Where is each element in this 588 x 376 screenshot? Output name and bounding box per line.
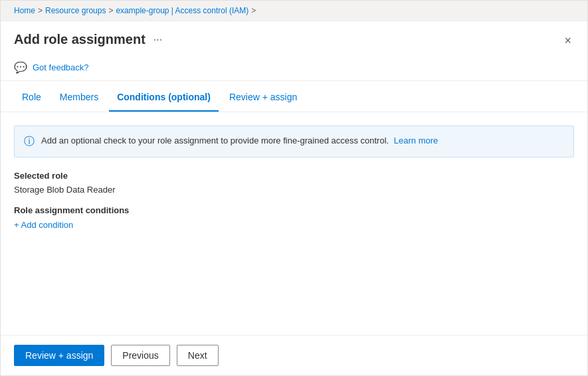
tabs-bar: Role Members Conditions (optional) Revie… — [1, 84, 587, 112]
tab-review-assign[interactable]: Review + assign — [221, 84, 305, 112]
tab-role[interactable]: Role — [14, 84, 49, 112]
modal-body: ⓘ Add an optional check to your role ass… — [1, 112, 587, 335]
breadcrumb-sep-2: > — [108, 6, 113, 15]
feedback-text[interactable]: Got feedback? — [33, 62, 89, 72]
feedback-bar: 💬 Got feedback? — [1, 54, 587, 81]
tab-conditions[interactable]: Conditions (optional) — [109, 84, 219, 112]
add-condition-link[interactable]: + Add condition — [14, 220, 73, 230]
modal-title: Add role assignment — [14, 32, 146, 47]
breadcrumb: Home > Resource groups > example-group |… — [1, 1, 587, 21]
more-options-button[interactable]: ··· — [153, 34, 162, 46]
breadcrumb-resource-groups[interactable]: Resource groups — [45, 6, 106, 15]
breadcrumb-home[interactable]: Home — [14, 6, 35, 15]
review-assign-button[interactable]: Review + assign — [14, 345, 104, 366]
info-text: Add an optional check to your role assig… — [41, 134, 438, 147]
previous-button[interactable]: Previous — [111, 345, 169, 366]
info-box: ⓘ Add an optional check to your role ass… — [14, 126, 574, 157]
selected-role-label: Selected role — [14, 171, 574, 181]
learn-more-link[interactable]: Learn more — [394, 136, 438, 145]
breadcrumb-sep-3: > — [251, 6, 256, 15]
info-icon: ⓘ — [24, 135, 35, 149]
close-button[interactable]: × — [561, 32, 574, 49]
conditions-label: Role assignment conditions — [14, 205, 574, 215]
modal-footer: Review + assign Previous Next — [1, 335, 587, 375]
tab-members[interactable]: Members — [52, 84, 106, 112]
selected-role-value: Storage Blob Data Reader — [14, 185, 574, 195]
modal-header: Add role assignment ··· × — [1, 21, 587, 49]
breadcrumb-sep-1: > — [38, 6, 43, 15]
info-box-text: Add an optional check to your role assig… — [41, 136, 389, 145]
modal-container: Home > Resource groups > example-group |… — [0, 0, 588, 376]
feedback-icon: 💬 — [14, 61, 27, 74]
breadcrumb-iam[interactable]: example-group | Access control (IAM) — [116, 6, 248, 15]
next-button[interactable]: Next — [177, 345, 219, 366]
